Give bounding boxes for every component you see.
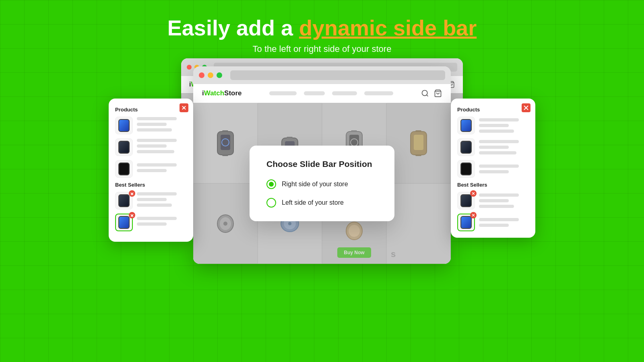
right-sidebar-product-1 [457, 117, 529, 134]
right-product-thumb-1 [457, 117, 475, 134]
right-sidebar-close-button[interactable] [522, 103, 530, 112]
left-product-info-2 [137, 139, 187, 156]
product-line-3 [137, 128, 172, 132]
right-sidebar-product-2 [457, 138, 529, 156]
right-bestseller-info-1 [479, 193, 529, 208]
modal-overlay: Choose Slide Bar Position Right side of … [193, 103, 451, 264]
page-wrapper: Easily add a dynamic side bar To the lef… [0, 0, 644, 362]
left-product-info-3 [137, 163, 187, 175]
bs-line-4 [137, 217, 177, 220]
nav-pill-4 [364, 91, 393, 95]
front-store-nav: iWatchStore [193, 84, 451, 103]
radio-dot-right [269, 182, 274, 187]
right-watch-icon-3 [460, 162, 472, 175]
nav-pill-1 [269, 91, 297, 95]
product-line-2 [137, 123, 167, 126]
front-nav-icons [421, 89, 442, 97]
right-sidebar-bestseller-1 [457, 192, 529, 210]
header-section: Easily add a dynamic side bar To the lef… [167, 16, 477, 54]
radio-option-left[interactable]: Left side of your store [266, 198, 378, 208]
right-watch-icon-2 [460, 141, 472, 154]
left-sidebar-bestsellers-label: Best Sellers [115, 182, 187, 188]
product-line-6 [137, 150, 174, 153]
left-product-thumb-1 [115, 117, 133, 134]
dot-yellow[interactable] [208, 72, 213, 78]
back-dot-red [187, 65, 192, 70]
front-nav-pills [254, 91, 409, 95]
front-browser-content: iWatchStore [193, 84, 451, 264]
right-watch-icon-1 [460, 119, 472, 132]
front-store-main: Buy Now [193, 103, 451, 264]
product-line-7 [137, 163, 177, 167]
svg-point-16 [422, 90, 427, 96]
radio-option-right[interactable]: Right side of your store [266, 179, 378, 189]
search-icon[interactable] [421, 89, 429, 97]
watch-icon-bs-2 [118, 216, 130, 229]
radio-circle-left [266, 198, 276, 208]
watch-icon-bs-1 [118, 194, 130, 207]
product-line-4 [137, 139, 177, 142]
right-sidebar-bestsellers-label: Best Sellers [457, 182, 529, 188]
header-subtitle: To the left or right side of your store [167, 44, 477, 54]
right-bs-watch-1 [460, 194, 472, 207]
right-product-info-2 [479, 140, 529, 154]
header-title-highlight: dynamic side bar [299, 16, 477, 40]
header-title: Easily add a dynamic side bar [167, 16, 477, 40]
watch-icon-2 [118, 141, 130, 154]
left-product-thumb-3 [115, 160, 133, 178]
left-sidebar-panel: Products [109, 99, 193, 242]
right-bestseller-thumb-wrapper-2 [457, 214, 475, 231]
radio-label-right: Right side of your store [282, 181, 348, 188]
front-addressbar [230, 70, 445, 80]
browser-area: iWatchStore [193, 66, 451, 264]
left-sidebar-bestseller-1 [115, 192, 187, 210]
header-title-prefix: Easily add a [167, 16, 299, 40]
right-sidebar-product-3 [457, 160, 529, 178]
right-bestseller-info-2 [479, 218, 529, 227]
modal-title: Choose Slide Bar Position [266, 159, 378, 169]
left-sidebar-bestseller-2 [115, 214, 187, 231]
right-product-thumb-2 [457, 138, 475, 156]
right-bs-watch-2 [460, 216, 472, 229]
product-line-8 [137, 169, 167, 172]
left-bestseller-info-1 [137, 192, 187, 209]
radio-circle-right [266, 179, 276, 189]
right-remove-badge-1[interactable] [470, 190, 477, 197]
right-bestseller-thumb-wrapper-1 [457, 192, 475, 210]
right-sidebar-panel: Products [451, 99, 535, 238]
cart-icon[interactable] [434, 89, 442, 97]
nav-pill-2 [304, 91, 325, 95]
left-sidebar-product-3 [115, 160, 187, 178]
bs-line-5 [137, 222, 167, 226]
left-product-info-1 [137, 117, 187, 134]
right-remove-badge-2[interactable] [470, 212, 477, 218]
bs-line-1 [137, 192, 177, 195]
radio-label-left: Left side of your store [282, 199, 344, 206]
left-sidebar-product-2 [115, 138, 187, 156]
dot-green[interactable] [217, 72, 222, 78]
product-line-5 [137, 144, 167, 148]
modal-dialog: Choose Slide Bar Position Right side of … [250, 146, 394, 221]
left-sidebar-products-label: Products [115, 107, 187, 113]
watch-icon-1 [118, 119, 130, 132]
product-line-1 [137, 117, 177, 120]
right-sidebar-products-label: Products [457, 107, 529, 113]
left-bestseller-info-2 [137, 217, 187, 228]
bs-line-3 [137, 204, 172, 207]
left-sidebar-close-button[interactable] [180, 103, 188, 112]
left-remove-badge-2[interactable] [129, 212, 135, 218]
right-product-info-3 [479, 165, 529, 173]
right-product-thumb-3 [457, 160, 475, 178]
right-sidebar-bestseller-2 [457, 214, 529, 231]
nav-pill-3 [332, 91, 357, 95]
left-sidebar-product-1 [115, 117, 187, 134]
front-browser: iWatchStore [193, 66, 451, 264]
front-store-logo: iWatchStore [202, 89, 242, 97]
main-layout: Products [109, 66, 535, 264]
front-browser-toolbar [193, 66, 451, 84]
left-remove-badge-1[interactable] [129, 190, 135, 197]
bs-line-2 [137, 198, 167, 201]
watch-icon-3 [118, 162, 130, 175]
dot-red[interactable] [199, 72, 204, 78]
right-product-info-1 [479, 118, 529, 133]
